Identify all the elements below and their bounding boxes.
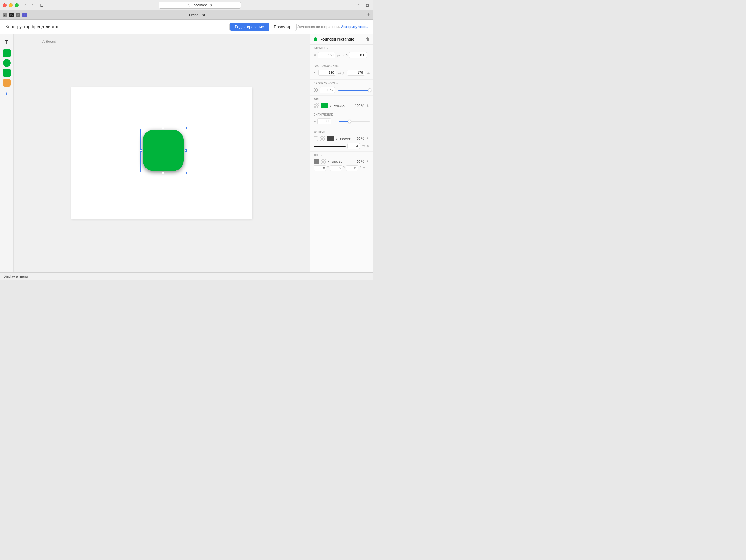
shadow-section: ТЕНЬ # 0B0C0D 50 % 👁 x y b ⇔: [310, 151, 373, 173]
y-input[interactable]: [347, 69, 365, 76]
contour-color-row: # 000000 60 % 👁: [314, 136, 370, 141]
main-layout: T ℹ Artboard: [0, 34, 373, 272]
left-toolbar: T ℹ: [0, 34, 14, 272]
share-button[interactable]: ↑: [355, 2, 362, 8]
tab-title: Brand List: [29, 13, 365, 17]
handle-top-center[interactable]: [162, 127, 164, 129]
height-input[interactable]: [349, 52, 367, 58]
preview-mode-button[interactable]: Просмотр: [269, 23, 296, 31]
opacity-slider-fill: [338, 90, 370, 91]
opacity-input[interactable]: [320, 87, 335, 93]
width-unit: px: [337, 53, 340, 57]
background-section-title: ФОН: [314, 98, 370, 101]
rounding-section: СКРУГЛЕНИЕ ⌐ px: [310, 111, 373, 129]
shape-name: Rounded rectangle: [320, 37, 363, 41]
handle-bottom-center[interactable]: [162, 172, 164, 174]
rounding-input[interactable]: [317, 118, 331, 124]
maximize-button[interactable]: [15, 3, 19, 7]
canvas-area[interactable]: Artboard: [14, 34, 310, 272]
app-title: Конструктор бренд-листов: [5, 24, 229, 29]
artboard-label: Artboard: [42, 39, 56, 44]
shadow-x-input[interactable]: [314, 166, 326, 171]
nav-buttons: ‹ ›: [22, 2, 36, 8]
stroke-align-icon[interactable]: ⇔: [367, 144, 370, 148]
size-row: w px ⌀ h px: [314, 52, 370, 58]
add-tab-button[interactable]: +: [367, 12, 370, 18]
info-icon: ℹ: [6, 91, 8, 97]
tab-icon-1: ●: [3, 13, 7, 17]
checker-icon: [314, 88, 318, 92]
edit-mode-button[interactable]: Редактирование: [230, 23, 269, 31]
shape-container[interactable]: [143, 130, 184, 171]
stroke-row: 4 px ⇔: [314, 143, 370, 149]
artboard[interactable]: [71, 87, 252, 219]
tab-icon-3: ✳: [16, 13, 20, 17]
size-section: РАЗМЕРЫ w px ⌀ h px: [310, 45, 373, 62]
contour-opacity-value: 60 %: [357, 137, 364, 141]
bg-checker-swatch[interactable]: [314, 103, 319, 109]
shadow-checker-swatch[interactable]: [321, 159, 326, 164]
contour-color-swatch[interactable]: [327, 136, 335, 141]
contour-section: КОНТУР # 000000 60 % 👁 4 px ⇔: [310, 129, 373, 151]
app-header: Конструктор бренд-листов Редактирование …: [0, 20, 373, 34]
delete-shape-button[interactable]: 🗑: [365, 37, 370, 41]
link-proportions-icon[interactable]: ⌀: [342, 53, 344, 57]
duplicate-tab-button[interactable]: ⧉: [364, 2, 370, 8]
shadow-spread-icon[interactable]: ⇔: [362, 166, 366, 171]
opacity-section-title: ПРОЗРАЧНОСТЬ: [314, 82, 370, 85]
contour-checker-swatch[interactable]: [320, 136, 325, 141]
close-button[interactable]: [3, 3, 6, 7]
shadow-color-swatch[interactable]: [314, 159, 319, 164]
sidebar-toggle-button[interactable]: ⊡: [38, 2, 45, 8]
shadow-coords-row: x y b ⇔: [314, 166, 370, 171]
green-circle-tool[interactable]: [3, 59, 11, 67]
bg-visibility-icon[interactable]: 👁: [366, 104, 370, 108]
shadow-hex-value: # 0B0C0D: [328, 160, 342, 164]
position-section-title: РАСПОЛОЖЕНИЕ: [314, 64, 370, 67]
forward-button[interactable]: ›: [30, 2, 36, 8]
tabbar: ● B ✳ ✳ Brand List +: [0, 10, 373, 20]
url-bar[interactable]: ⊙ localhost ↻: [159, 2, 241, 9]
rounding-slider-track[interactable]: [339, 121, 370, 122]
shadow-x-label: x: [327, 166, 328, 171]
position-section: РАСПОЛОЖЕНИЕ x px y px: [310, 62, 373, 80]
handle-middle-left[interactable]: [140, 149, 142, 151]
handle-top-left[interactable]: [140, 127, 142, 129]
shape-color-dot: [314, 37, 317, 41]
text-tool-button[interactable]: T: [2, 37, 12, 47]
stroke-line-preview: [314, 146, 346, 146]
minimize-button[interactable]: [9, 3, 12, 7]
shadow-visibility-icon[interactable]: 👁: [366, 160, 370, 164]
x-input[interactable]: [318, 69, 336, 76]
bg-color-swatch[interactable]: [321, 103, 328, 109]
tab-icon-4: ✳: [23, 13, 27, 17]
back-button[interactable]: ‹: [22, 2, 28, 8]
info-tool-button[interactable]: ℹ: [2, 89, 12, 99]
contour-visibility-icon[interactable]: 👁: [366, 136, 370, 141]
handle-middle-right[interactable]: [184, 149, 187, 151]
x-unit: px: [338, 71, 341, 74]
handle-bottom-right[interactable]: [184, 172, 187, 174]
opacity-slider-track[interactable]: [338, 90, 370, 91]
width-input[interactable]: [318, 52, 336, 58]
green-square2-tool[interactable]: [3, 69, 11, 77]
shadow-blur-label: b: [360, 166, 361, 171]
stroke-width-input[interactable]: 4: [347, 143, 360, 149]
handle-top-right[interactable]: [184, 127, 187, 129]
height-label: h: [346, 53, 347, 57]
orange-square-tool[interactable]: [3, 79, 11, 87]
refresh-button[interactable]: ↻: [209, 3, 212, 7]
url-text: localhost: [193, 3, 207, 7]
green-square-tool[interactable]: [3, 49, 11, 57]
url-bar-wrapper: ⊙ localhost ↻: [50, 2, 349, 9]
width-label: w: [314, 53, 316, 57]
auth-link[interactable]: Авторизуйтесь: [341, 25, 368, 29]
shadow-y-input[interactable]: [330, 166, 342, 171]
shadow-blur-input[interactable]: [346, 166, 358, 171]
rounding-section-title: СКРУГЛЕНИЕ: [314, 113, 370, 116]
rounded-rectangle-shape[interactable]: [143, 130, 184, 171]
contour-checkbox[interactable]: [314, 136, 318, 141]
status-text: Display a menu: [3, 274, 28, 278]
handle-bottom-left[interactable]: [140, 172, 142, 174]
panel-header: Rounded rectangle 🗑: [310, 34, 373, 45]
